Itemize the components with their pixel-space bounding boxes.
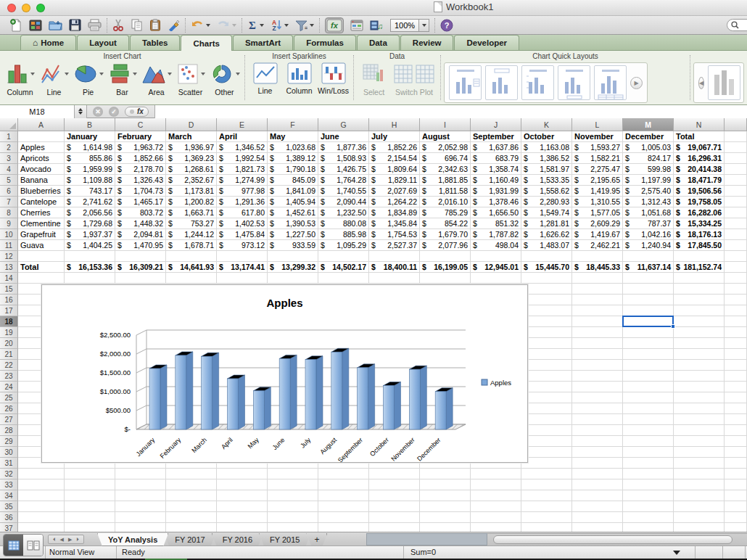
cell-H14[interactable]	[369, 273, 420, 284]
row-header-29[interactable]: 29	[0, 436, 18, 447]
row-header-2[interactable]: 2	[0, 142, 18, 153]
cell-K26[interactable]	[521, 403, 572, 414]
row-header-12[interactable]: 12	[0, 251, 18, 262]
cell-L30[interactable]	[572, 447, 623, 458]
cell-E7[interactable]: $1,291.36	[217, 197, 268, 207]
cell-C35[interactable]	[115, 501, 166, 512]
fill-handle[interactable]	[671, 324, 675, 329]
cell-D1[interactable]: March	[166, 131, 217, 142]
cell-G7[interactable]: $2,090.44	[318, 197, 369, 207]
tab-smartart[interactable]: SmartArt	[233, 35, 293, 50]
bar-chart-button[interactable]: Bar	[105, 61, 139, 96]
cell-M15[interactable]	[623, 284, 674, 295]
cell-D5[interactable]: $2,352.67	[166, 175, 217, 186]
cell-M1[interactable]: December	[623, 131, 674, 142]
cell-C12[interactable]	[115, 251, 166, 262]
cell-D14[interactable]	[166, 273, 217, 284]
cell-A8[interactable]: Cherries	[18, 207, 65, 218]
cell-B9[interactable]: $1,729.68	[65, 218, 115, 229]
row-header-13[interactable]: 13	[0, 262, 18, 273]
add-sheet-tab[interactable]: +	[306, 533, 327, 546]
dropdown-arrow-icon[interactable]	[99, 73, 104, 75]
column-header-M[interactable]: M	[623, 118, 674, 131]
cell-B7[interactable]: $2,741.62	[65, 197, 115, 207]
prev-sheet-icon[interactable]: ◀	[60, 537, 64, 543]
cell-I11[interactable]: $2,077.96	[420, 240, 471, 251]
cell-M2[interactable]: $1,005.03	[623, 142, 674, 153]
cell-F11[interactable]: $933.59	[268, 240, 318, 251]
cell-C36[interactable]	[115, 512, 166, 523]
cell-B32[interactable]	[65, 469, 115, 479]
cell-K23[interactable]	[521, 371, 572, 382]
cell-partial-1[interactable]	[725, 131, 747, 142]
cell-M17[interactable]	[623, 305, 674, 316]
tab-layout[interactable]: Layout	[77, 35, 129, 50]
cell-partial-28[interactable]	[725, 425, 747, 436]
row-header-22[interactable]: 22	[0, 360, 18, 371]
cell-N26[interactable]	[674, 403, 725, 414]
cell-M37[interactable]	[623, 523, 674, 532]
cell-D10[interactable]: $1,244.12	[166, 229, 217, 240]
cell-E35[interactable]	[217, 501, 268, 512]
cell-H37[interactable]	[369, 523, 420, 532]
cell-N22[interactable]	[674, 360, 725, 371]
cell-A11[interactable]: Guava	[18, 240, 65, 251]
cell-G36[interactable]	[318, 512, 369, 523]
cell-L3[interactable]: $1,582.21	[572, 153, 623, 164]
cell-K30[interactable]	[521, 447, 572, 458]
first-sheet-icon[interactable]: ⏴	[53, 537, 56, 543]
cell-G2[interactable]: $1,877.36	[318, 142, 369, 153]
filter-button[interactable]: =	[295, 20, 314, 31]
cell-partial-31[interactable]	[725, 458, 747, 469]
row-header-7[interactable]: 7	[0, 197, 18, 207]
cell-A1[interactable]	[18, 131, 65, 142]
row-header-9[interactable]: 9	[0, 218, 18, 229]
cell-M13[interactable]: $11,637.14	[623, 262, 674, 273]
selected-cell-M18[interactable]	[622, 316, 674, 327]
cell-F3[interactable]: $1,389.12	[268, 153, 318, 164]
cell-N20[interactable]	[674, 338, 725, 349]
cell-N34[interactable]	[674, 490, 725, 501]
cell-K32[interactable]	[521, 469, 572, 479]
cell-F5[interactable]: $845.09	[268, 175, 318, 186]
cell-A36[interactable]	[18, 512, 65, 523]
select-all-corner[interactable]	[0, 118, 18, 131]
dropdown-arrow-icon[interactable]	[201, 73, 205, 75]
cell-D36[interactable]	[166, 512, 217, 523]
cell-H34[interactable]	[369, 490, 420, 501]
cell-M26[interactable]	[623, 403, 674, 414]
cell-K22[interactable]	[521, 360, 572, 371]
cell-E10[interactable]: $1,475.84	[217, 229, 268, 240]
cell-partial-34[interactable]	[725, 490, 747, 501]
quick-layout-thumbnail-1[interactable]	[449, 65, 482, 100]
cell-E13[interactable]: $13,174.41	[217, 262, 268, 273]
cell-F1[interactable]: May	[268, 131, 318, 142]
cell-L9[interactable]: $2,609.29	[572, 218, 623, 229]
cell-N11[interactable]: $17,845.50	[674, 240, 725, 251]
cell-M24[interactable]	[623, 382, 674, 392]
cell-I13[interactable]: $16,199.05	[420, 262, 471, 273]
undo-button[interactable]	[191, 20, 210, 31]
template-gallery-button[interactable]	[29, 19, 42, 32]
cell-K24[interactable]	[521, 382, 572, 392]
cell-A7[interactable]: Cantelope	[18, 197, 65, 207]
cell-G37[interactable]	[318, 523, 369, 532]
cell-G12[interactable]	[318, 251, 369, 262]
dropdown-arrow-icon[interactable]	[30, 73, 35, 75]
cell-M4[interactable]: $599.98	[623, 164, 674, 175]
cell-D4[interactable]: $1,268.61	[166, 164, 217, 175]
row-header-5[interactable]: 5	[0, 175, 18, 186]
cell-C1[interactable]: February	[115, 131, 166, 142]
cell-N31[interactable]	[674, 458, 725, 469]
cell-F36[interactable]	[268, 512, 318, 523]
cell-K25[interactable]	[521, 392, 572, 403]
cell-N4[interactable]: $20,414.38	[674, 164, 725, 175]
row-header-6[interactable]: 6	[0, 186, 18, 197]
cell-N30[interactable]	[674, 447, 725, 458]
quick-layout-thumbnail-3[interactable]	[521, 65, 554, 100]
cell-J3[interactable]: $683.79	[471, 153, 521, 164]
row-header-35[interactable]: 35	[0, 501, 18, 512]
cell-partial-35[interactable]	[725, 501, 747, 512]
win-loss-sparkline-button[interactable]: Win/Loss	[316, 61, 350, 95]
cell-K16[interactable]	[521, 295, 572, 305]
